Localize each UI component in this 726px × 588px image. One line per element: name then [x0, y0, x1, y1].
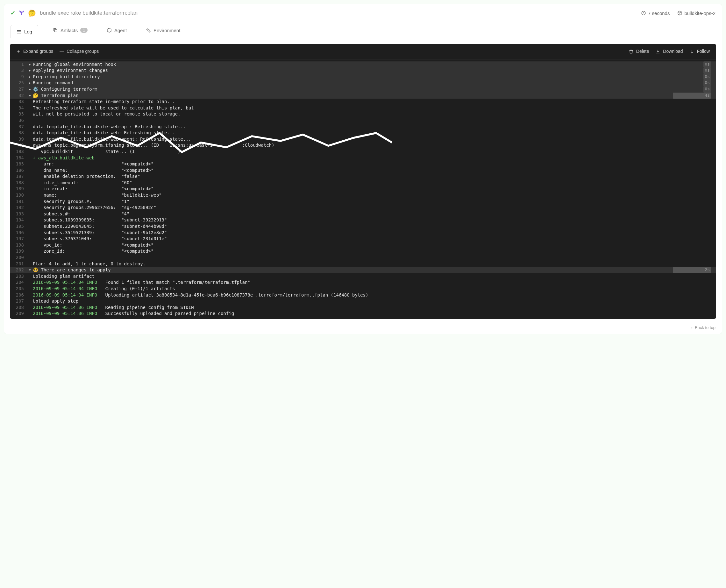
log-group-header[interactable]: 9▸Preparing build directory0s: [10, 74, 716, 80]
minus-icon: —: [60, 48, 64, 55]
spacer: [27, 198, 33, 205]
line-text: security_groups.2996277656: "sg-4925092c…: [33, 205, 711, 211]
line-text: [33, 118, 711, 124]
spacer: [27, 261, 33, 267]
tab-artifacts[interactable]: Artifacts 1: [48, 23, 92, 38]
tab-bar: Log Artifacts 1 Agent Environment: [4, 22, 722, 38]
log-line: 194 subnets.1039309835: "subnet-39232913…: [10, 217, 716, 223]
download-icon: [655, 49, 660, 54]
log-group-header[interactable]: 32▾🤔 Terraform plan4s: [10, 92, 716, 99]
spacer: [27, 304, 33, 311]
back-to-top-button[interactable]: ↑ Back to top: [4, 321, 722, 334]
tab-environment[interactable]: Environment: [141, 23, 185, 38]
menu-icon: [17, 29, 22, 34]
log-line: 199 zone_id: "<computed>": [10, 248, 716, 255]
line-text: The refreshed state will be used to calc…: [33, 105, 711, 111]
chevron-right-icon[interactable]: ▸: [27, 86, 33, 92]
spacer: [27, 286, 33, 292]
expand-groups-button[interactable]: ＋ Expand groups: [16, 48, 53, 55]
line-text: zone_id: "<computed>": [33, 248, 711, 255]
tab-log[interactable]: Log: [11, 25, 38, 38]
line-number: 190: [10, 192, 27, 198]
log-line: 191 security_groups.#: "1": [10, 198, 716, 205]
log-line: 184+ aws_alb.buildkite-web: [10, 155, 716, 161]
log-line: 2042016-09-09 05:14:04 INFO Found 1 file…: [10, 279, 716, 286]
log-group-header[interactable]: 27▸⚙️ Configuring terraform0s: [10, 86, 716, 92]
line-text: name: "buildkite-web": [33, 192, 711, 198]
spacer: [27, 161, 33, 167]
log-toolbar: ＋ Expand groups — Collapse groups Delete: [10, 44, 716, 60]
log-line: 198 vpc_id: "<computed>": [10, 242, 716, 249]
spacer: [27, 230, 33, 236]
log-line: 186 dns_name: "<computed>": [10, 167, 716, 174]
spacer: [27, 205, 33, 211]
tab-agent[interactable]: Agent: [102, 23, 131, 38]
line-text: Running command: [33, 80, 703, 86]
log-group-header[interactable]: 1▸Running global environment hook0s: [10, 61, 716, 68]
follow-button[interactable]: Follow: [689, 48, 710, 55]
download-button[interactable]: Download: [655, 48, 683, 55]
spacer: [27, 180, 33, 186]
line-text: 2016-09-09 05:14:06 INFO Reading pipeine…: [33, 304, 711, 311]
line-number: 186: [10, 167, 27, 174]
line-number: 27: [10, 86, 27, 92]
line-number: 203: [10, 273, 27, 280]
log-line: 2052016-09-09 05:14:04 INFO Creating (0-…: [10, 286, 716, 292]
line-text: 2016-09-09 05:14:04 INFO Found 1 files t…: [33, 279, 711, 286]
line-text: subnets.3519521339: "subnet-9b12e8d2": [33, 230, 711, 236]
command-label: bundle exec rake buildkite:terraform:pla…: [40, 10, 138, 16]
line-duration: 0s: [703, 80, 711, 86]
log-body[interactable]: 1▸Running global environment hook0s3▸App…: [10, 60, 716, 319]
line-number: 9: [10, 74, 27, 80]
log-group-header[interactable]: 202▾🤓 There are changes to apply2s: [10, 267, 716, 273]
line-number: 37: [10, 124, 27, 130]
line-number: 209: [10, 311, 27, 317]
line-number: 198: [10, 242, 27, 249]
line-number: 38: [10, 130, 27, 136]
log-line: 40aws_sns_topic.pagerdutyorm.tfshing sta…: [10, 142, 716, 149]
line-number: 193: [10, 211, 27, 217]
line-number: 33: [10, 99, 27, 105]
svg-point-3: [149, 30, 150, 32]
spacer: [27, 111, 33, 118]
log-line: 187 enable_deletion_protection: "false": [10, 173, 716, 180]
spacer: [27, 292, 33, 298]
log-line: 197 subnets.376371049: "subnet-231d0f1e": [10, 236, 716, 242]
chevron-down-icon[interactable]: ▾: [27, 92, 33, 99]
line-number: 183: [10, 149, 27, 155]
line-duration: 4s: [673, 92, 711, 99]
job-card: ✔ 🤔 bundle exec rake buildkite:terraform…: [4, 4, 722, 334]
line-number: 207: [10, 298, 27, 304]
agent-name[interactable]: buildkite-ops-2: [677, 10, 715, 16]
spacer: [27, 273, 33, 280]
spacer: [27, 298, 33, 304]
delete-button[interactable]: Delete: [629, 48, 649, 55]
log-line: 183 vpc.buildkit state... (I ): [10, 149, 716, 155]
log-group-header[interactable]: 3▸Applying environment changes0s: [10, 67, 716, 74]
chevron-right-icon[interactable]: ▸: [27, 74, 33, 80]
line-text: data.template_file.buildkite-web: Refres…: [33, 130, 711, 136]
spacer: [27, 149, 33, 155]
line-text: dns_name: "<computed>": [33, 167, 711, 174]
line-text: subnets.1039309835: "subnet-39232913": [33, 217, 711, 223]
clock-icon: [641, 10, 646, 16]
status-check-icon: ✔: [11, 9, 15, 17]
line-number: 208: [10, 304, 27, 311]
line-number: 195: [10, 223, 27, 230]
line-text: Plan: 4 to add, 1 to change, 0 to destro…: [33, 261, 711, 267]
collapse-groups-button[interactable]: — Collapse groups: [60, 48, 99, 55]
spacer: [27, 236, 33, 242]
spacer: [27, 155, 33, 161]
line-text: ⚙️ Configuring terraform: [33, 86, 703, 92]
line-text: arn: "<computed>": [33, 161, 711, 167]
chevron-right-icon[interactable]: ▸: [27, 80, 33, 86]
line-number: 188: [10, 180, 27, 186]
line-text: aws_sns_topic.pagerdutyorm.tfshing state…: [33, 142, 711, 149]
spacer: [27, 105, 33, 111]
chevron-right-icon[interactable]: ▸: [27, 67, 33, 74]
svg-rect-1: [55, 29, 57, 32]
chevron-down-icon[interactable]: ▾: [27, 267, 33, 273]
line-text: data.template_file.buildkite-web-api: Re…: [33, 124, 711, 130]
chevron-right-icon[interactable]: ▸: [27, 61, 33, 68]
log-group-header[interactable]: 25▸Running command0s: [10, 80, 716, 86]
